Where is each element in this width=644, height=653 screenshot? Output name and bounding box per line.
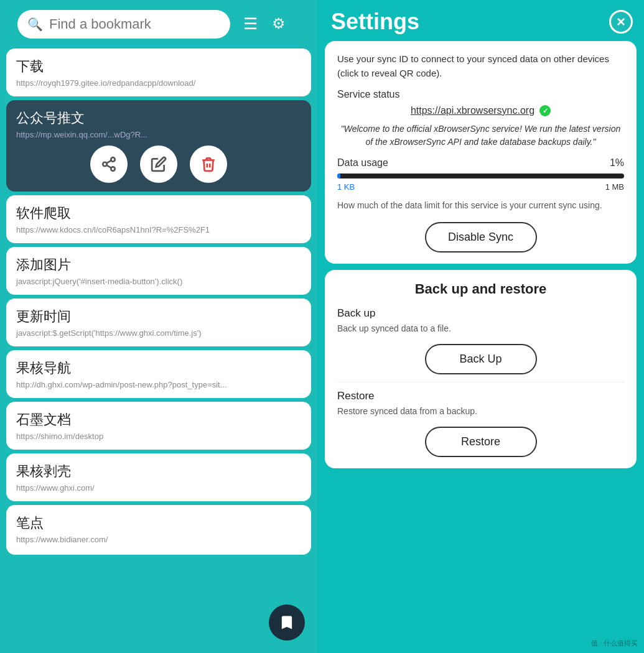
search-bar: 🔍 (17, 10, 230, 39)
header-icons: ☰ ⚙ (239, 12, 290, 35)
settings-button[interactable]: ⚙ (268, 12, 290, 35)
progress-bar-fill (337, 174, 340, 178)
bookmark-item[interactable]: 下载 https://royqh1979.gitee.io/redpandacp… (6, 49, 311, 96)
progress-bar (337, 174, 624, 178)
right-panel: Settings × Use your sync ID to connect t… (317, 0, 644, 653)
add-bookmark-fab[interactable] (269, 604, 305, 641)
bookmark-url: https://www.kdocs.cn/l/coR6apsN1hnI?R=%2… (16, 225, 301, 234)
bookmark-url: https://shimo.im/desktop (16, 432, 301, 441)
svg-line-4 (106, 160, 111, 163)
data-usage-label: Data usage (337, 157, 388, 169)
svg-point-2 (111, 167, 115, 171)
bookmark-item[interactable]: 果核导航 http://dh.ghxi.com/wp-admin/post-ne… (6, 350, 311, 398)
bookmark-item[interactable]: 笔点 https://www.bidianer.com/ (6, 505, 311, 555)
svg-point-1 (103, 162, 107, 167)
restore-desc: Restore synced data from a backup. (337, 405, 624, 418)
svg-point-0 (111, 157, 115, 161)
bookmark-url: https://mp.weixin.qq.com/...wDg?R... (16, 130, 301, 139)
sync-description: Use your sync ID to connect to your sync… (337, 52, 624, 80)
bookmark-item[interactable]: 软件爬取 https://www.kdocs.cn/l/coR6apsN1hnI… (6, 195, 311, 243)
edit-button[interactable] (140, 146, 177, 183)
service-url[interactable]: https://api.xbrowsersync.org (411, 105, 534, 116)
backup-button[interactable]: Back Up (425, 344, 537, 374)
action-buttons (16, 146, 301, 183)
progress-labels: 1 KB 1 MB (337, 182, 624, 192)
bookmark-title: 笔点 (16, 514, 301, 532)
bookmark-title: 更新时间 (16, 307, 301, 326)
bookmark-url: http://dh.ghxi.com/wp-admin/post-new.php… (16, 380, 301, 389)
search-row: 🔍 ☰ ⚙ (0, 0, 317, 49)
settings-title: Settings (331, 9, 419, 35)
bookmark-title: 石墨文档 (16, 410, 301, 429)
bookmark-item[interactable]: 添加图片 javascript:jQuery('#insert-media-bu… (6, 247, 311, 295)
progress-left-label: 1 KB (337, 182, 355, 192)
restore-label: Restore (337, 390, 624, 402)
backup-restore-title: Back up and restore (337, 281, 624, 297)
sync-card: Use your sync ID to connect to your sync… (325, 41, 637, 264)
bookmark-list: 下载 https://royqh1979.gitee.io/redpandacp… (0, 49, 317, 653)
search-input[interactable] (49, 16, 220, 32)
bookmark-title: 果核导航 (16, 359, 301, 377)
bookmark-title: 下载 (16, 57, 301, 76)
disable-sync-button[interactable]: Disable Sync (425, 222, 537, 252)
bookmark-url: javascript:$.getScript('https://www.ghxi… (16, 328, 301, 338)
progress-right-label: 1 MB (605, 182, 624, 192)
watermark: 值 · 什么值得买 (591, 639, 638, 648)
close-button[interactable]: × (609, 10, 633, 34)
service-status-label: Service status (337, 89, 624, 100)
backup-desc: Back up synced data to a file. (337, 322, 624, 335)
service-url-row: https://api.xbrowsersync.org ✓ (337, 105, 624, 116)
bookmark-url: https://www.bidianer.com/ (16, 535, 301, 544)
menu-button[interactable]: ☰ (239, 12, 261, 35)
divider (337, 382, 624, 382)
backup-restore-card: Back up and restore Back up Back up sync… (325, 270, 637, 468)
bookmark-url: https://royqh1979.gitee.io/redpandacpp/d… (16, 78, 301, 88)
status-indicator: ✓ (539, 105, 551, 116)
search-icon: 🔍 (27, 17, 43, 32)
bookmark-title: 软件爬取 (16, 204, 301, 223)
delete-button[interactable] (190, 146, 227, 183)
svg-line-3 (106, 165, 111, 168)
bookmark-title: 公众号推文 (16, 109, 301, 127)
bookmark-url: https://www.ghxi.com/ (16, 483, 301, 493)
share-button[interactable] (90, 146, 128, 183)
data-usage-percent: 1% (610, 157, 624, 169)
bookmark-url: javascript:jQuery('#insert-media-button'… (16, 277, 301, 286)
data-usage-desc: How much of the data limit for this serv… (337, 199, 624, 212)
bookmark-item[interactable]: 石墨文档 https://shimo.im/desktop (6, 402, 311, 450)
service-message: "Welcome to the official xBrowserSync se… (337, 123, 624, 149)
data-usage-row: Data usage 1% (337, 157, 624, 169)
bookmark-title: 添加图片 (16, 256, 301, 274)
settings-header: Settings × (317, 0, 644, 41)
left-panel: 🔍 ☰ ⚙ 下载 https://royqh1979.gitee.io/redp… (0, 0, 317, 653)
bookmark-item[interactable]: 更新时间 javascript:$.getScript('https://www… (6, 299, 311, 346)
settings-content: Use your sync ID to connect to your sync… (317, 41, 644, 653)
bookmark-item-active[interactable]: 公众号推文 https://mp.weixin.qq.com/...wDg?R.… (6, 100, 311, 192)
bookmark-title: 果核剥壳 (16, 462, 301, 481)
bookmark-item[interactable]: 果核剥壳 https://www.ghxi.com/ (6, 453, 311, 501)
backup-label: Back up (337, 307, 624, 320)
restore-button[interactable]: Restore (425, 427, 537, 457)
